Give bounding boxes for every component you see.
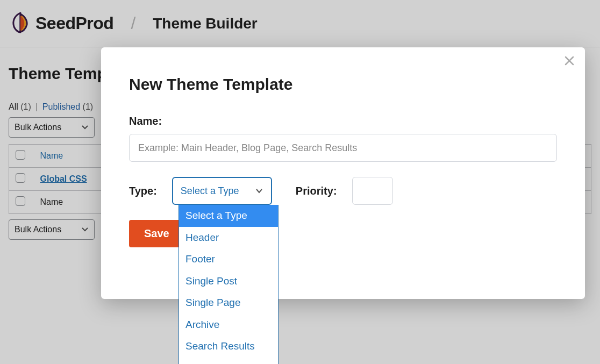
priority-label: Priority:: [296, 185, 337, 197]
name-input[interactable]: [129, 134, 557, 162]
type-select[interactable]: Select a Type: [172, 177, 272, 205]
modal-title: New Theme Template: [129, 75, 557, 94]
type-option[interactable]: Footer: [179, 248, 278, 270]
type-dropdown: Select a Type Header Footer Single Post …: [178, 205, 278, 364]
type-option[interactable]: Single Page: [179, 292, 278, 314]
new-theme-template-modal: New Theme Template Name: Type: Select a …: [101, 47, 585, 299]
chevron-down-icon: [255, 187, 263, 195]
type-option[interactable]: Global Part: [179, 358, 278, 365]
priority-input[interactable]: [352, 177, 393, 205]
close-icon[interactable]: [563, 55, 575, 69]
type-option[interactable]: Select a Type: [179, 205, 278, 227]
type-priority-row: Type: Select a Type Priority: Select a T…: [129, 177, 557, 205]
type-option[interactable]: Single Post: [179, 270, 278, 292]
type-option[interactable]: Header: [179, 227, 278, 249]
name-label: Name:: [129, 115, 557, 127]
type-label: Type:: [129, 185, 157, 197]
type-selected-value: Select a Type: [181, 185, 239, 197]
save-button[interactable]: Save: [129, 220, 184, 247]
type-option[interactable]: Search Results: [179, 336, 278, 358]
name-field: Name:: [129, 115, 557, 162]
type-option[interactable]: Archive: [179, 314, 278, 336]
